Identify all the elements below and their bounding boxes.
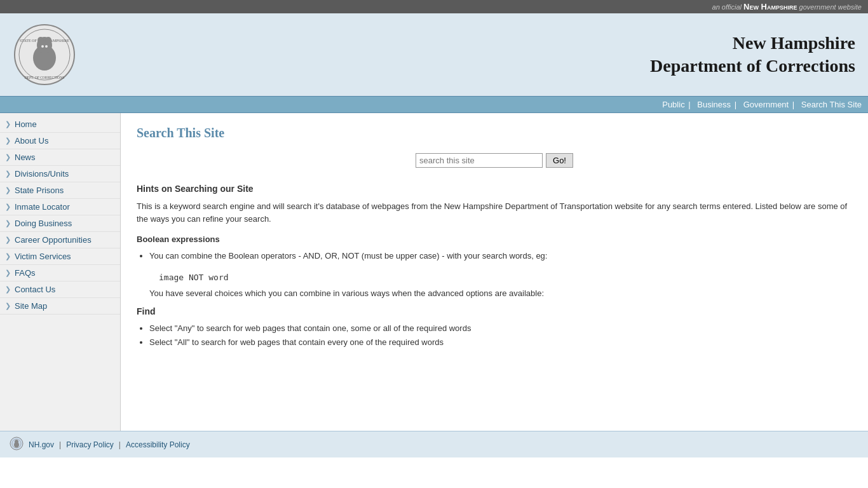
sidebar-item-victim-label: Victim Services — [15, 252, 71, 261]
sidebar-item-inmate[interactable]: ❯Inmate Locator — [0, 199, 120, 215]
sidebar-item-prisons-label: State Prisons — [15, 186, 64, 195]
boolean-item-1: You can combine the Boolean operators - … — [149, 249, 852, 263]
header: STATE OF NEW HAMPSHIRE DEPT. OF CORRECTI… — [0, 13, 868, 96]
sidebar-item-contact-arrow-icon: ❯ — [5, 285, 11, 294]
sidebar-item-business-label: Doing Business — [15, 219, 72, 228]
boolean-title: Boolean expressions — [137, 234, 852, 244]
boolean-list: You can combine the Boolean operators - … — [149, 249, 852, 263]
sidebar-item-home-label: Home — [15, 119, 37, 129]
sidebar-item-careers[interactable]: ❯Career Opportunities — [0, 232, 120, 248]
sidebar-item-inmate-arrow-icon: ❯ — [5, 203, 11, 211]
top-bar: an official New Hampshire government web… — [0, 0, 868, 13]
svg-point-5 — [37, 37, 44, 43]
sidebar-item-victim-arrow-icon: ❯ — [5, 252, 11, 261]
sidebar: ❯Home❯About Us❯News❯Divisions/Units❯Stat… — [0, 113, 121, 431]
page-title: Search This Site — [137, 126, 852, 140]
nav-sep-3: | — [792, 100, 794, 109]
sidebar-item-divisions[interactable]: ❯Divisions/Units — [0, 166, 120, 182]
sidebar-item-home-arrow-icon: ❯ — [5, 120, 11, 128]
boolean-text2: You have several choices which you can c… — [149, 287, 852, 300]
hints-title: Hints on Searching our Site — [137, 184, 852, 194]
footer-sep-1: | — [59, 440, 61, 449]
footer-nhgov-link[interactable]: NH.gov — [29, 440, 54, 449]
sidebar-item-news[interactable]: ❯News — [0, 149, 120, 166]
find-item-2: Select "All" to search for web pages tha… — [149, 336, 852, 349]
find-list: Select "Any" to search for web pages tha… — [149, 322, 852, 349]
nav-search-this-site[interactable]: Search This Site — [801, 100, 862, 109]
sidebar-item-faqs[interactable]: ❯FAQs — [0, 265, 120, 281]
find-title: Find — [137, 306, 852, 316]
find-item-1: Select "Any" to search for web pages tha… — [149, 322, 852, 336]
footer-accessibility-link[interactable]: Accessibility Policy — [126, 440, 190, 449]
sidebar-item-sitemap[interactable]: ❯Site Map — [0, 298, 120, 315]
sidebar-item-contact-label: Contact Us — [15, 285, 55, 294]
site-title-line2: Department of Corrections — [650, 55, 855, 78]
sidebar-item-victim[interactable]: ❯Victim Services — [0, 248, 120, 265]
layout: ❯Home❯About Us❯News❯Divisions/Units❯Stat… — [0, 113, 868, 431]
sidebar-item-faqs-label: FAQs — [15, 268, 36, 278]
search-input[interactable] — [416, 153, 543, 168]
svg-point-7 — [41, 45, 44, 48]
svg-point-8 — [45, 45, 48, 48]
sidebar-item-about[interactable]: ❯About Us — [0, 133, 120, 149]
svg-text:DEPT. OF CORRECTIONS: DEPT. OF CORRECTIONS — [25, 76, 65, 79]
sidebar-item-faqs-arrow-icon: ❯ — [5, 269, 11, 277]
footer-privacy-link[interactable]: Privacy Policy — [66, 440, 114, 449]
main-content: Search This Site Go! Hints on Searching … — [121, 113, 868, 431]
search-button[interactable]: Go! — [546, 153, 573, 168]
sidebar-item-divisions-label: Divisions/Units — [15, 169, 69, 179]
sidebar-item-about-label: About Us — [15, 136, 48, 146]
sidebar-item-sitemap-label: Site Map — [15, 301, 47, 311]
sidebar-item-careers-label: Career Opportunities — [15, 235, 92, 245]
sidebar-item-prisons-arrow-icon: ❯ — [5, 186, 11, 194]
nav-bar: Public | Business | Government | Search … — [0, 96, 868, 113]
hints-desc: This is a keyword search engine and will… — [137, 200, 852, 225]
nh-seal: STATE OF NEW HAMPSHIRE DEPT. OF CORRECTI… — [13, 23, 76, 86]
sidebar-item-prisons[interactable]: ❯State Prisons — [0, 182, 120, 199]
boolean-example: image NOT word — [159, 273, 852, 282]
footer-sep-2: | — [119, 440, 121, 449]
sidebar-item-contact[interactable]: ❯Contact Us — [0, 281, 120, 298]
svg-point-6 — [45, 37, 51, 43]
nav-business[interactable]: Business — [697, 100, 731, 109]
topbar-name: New Hampshire — [743, 2, 797, 11]
topbar-prefix: an official — [712, 3, 742, 11]
nav-sep-1: | — [688, 100, 690, 109]
nav-public[interactable]: Public — [662, 100, 684, 109]
sidebar-item-news-label: News — [15, 152, 36, 162]
sidebar-item-business[interactable]: ❯Doing Business — [0, 215, 120, 232]
sidebar-item-careers-arrow-icon: ❯ — [5, 236, 11, 244]
nav-sep-2: | — [735, 100, 736, 109]
footer-seal-icon — [10, 437, 24, 452]
sidebar-item-home[interactable]: ❯Home — [0, 116, 120, 133]
search-row: Go! — [137, 153, 852, 168]
footer: NH.gov | Privacy Policy | Accessibility … — [0, 431, 868, 458]
sidebar-item-inmate-label: Inmate Locator — [15, 202, 70, 212]
svg-point-13 — [15, 440, 18, 444]
sidebar-item-news-arrow-icon: ❯ — [5, 153, 11, 161]
site-title-line1: New Hampshire — [650, 32, 855, 55]
sidebar-item-sitemap-arrow-icon: ❯ — [5, 302, 11, 310]
topbar-suffix: government website — [799, 3, 862, 11]
sidebar-item-about-arrow-icon: ❯ — [5, 137, 11, 145]
site-title: New Hampshire Department of Corrections — [650, 32, 855, 78]
sidebar-item-business-arrow-icon: ❯ — [5, 219, 11, 227]
nav-government[interactable]: Government — [743, 100, 789, 109]
sidebar-item-divisions-arrow-icon: ❯ — [5, 170, 11, 178]
